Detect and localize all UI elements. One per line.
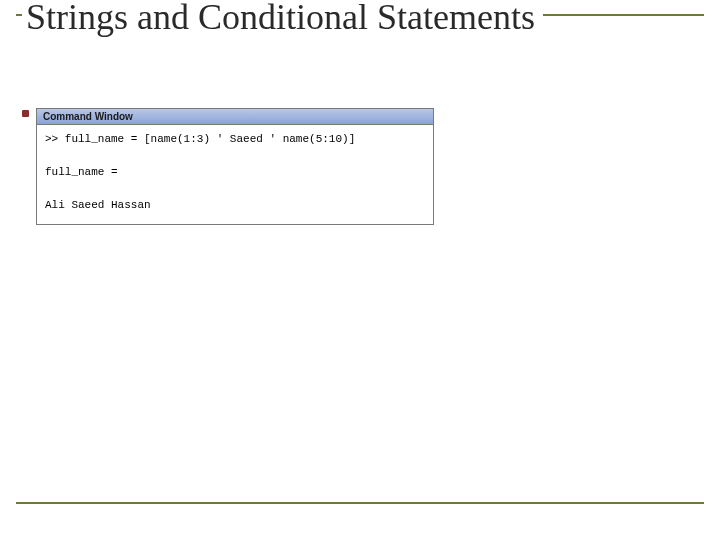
slide: Strings and Conditional Statements Comma…	[0, 0, 720, 540]
command-window-titlebar: Command Window	[37, 109, 433, 125]
bullet-icon	[22, 110, 29, 117]
command-window-body: >> full_name = [name(1:3) ' Saeed ' name…	[37, 125, 433, 224]
bottom-divider	[16, 502, 704, 504]
code-line: >> full_name = [name(1:3) ' Saeed ' name…	[45, 133, 355, 145]
code-line: Ali Saeed Hassan	[45, 199, 151, 211]
command-window: Command Window >> full_name = [name(1:3)…	[36, 108, 434, 225]
code-line: full_name =	[45, 166, 118, 178]
page-title: Strings and Conditional Statements	[22, 0, 543, 38]
title-area: Strings and Conditional Statements	[16, 14, 704, 56]
